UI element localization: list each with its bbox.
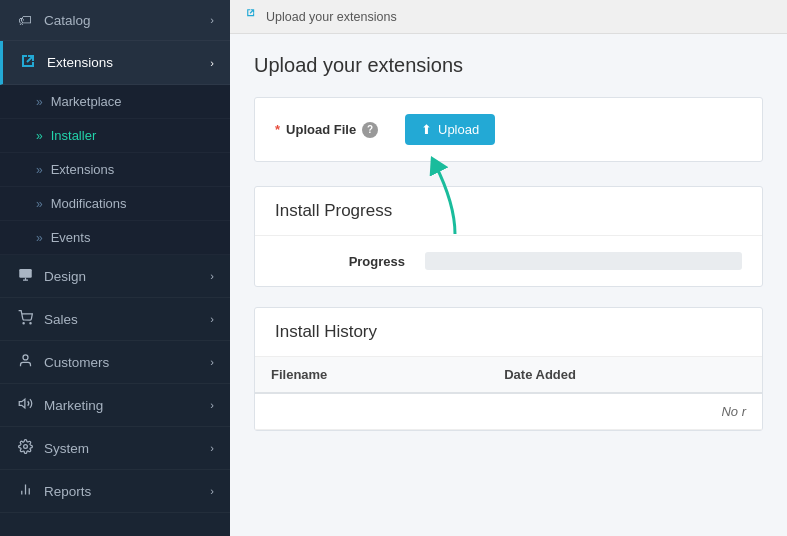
sidebar-item-marketing[interactable]: Marketing ›	[0, 384, 230, 427]
install-progress-title: Install Progress	[255, 187, 762, 236]
install-history-section: Install History Filename Date Added No r	[254, 307, 763, 431]
sales-icon	[16, 310, 34, 328]
chevron-right-icon: ›	[210, 14, 214, 26]
sidebar-subitem-events[interactable]: » Events	[0, 221, 230, 255]
reports-icon	[16, 482, 34, 500]
no-records-cell: No r	[488, 393, 762, 430]
history-table: Filename Date Added No r	[255, 357, 762, 430]
upload-icon: ⬆	[421, 122, 432, 137]
upload-button-label: Upload	[438, 122, 479, 137]
page-title: Upload your extensions	[254, 54, 763, 77]
sub-arrow-icon: »	[36, 129, 43, 143]
svg-rect-0	[19, 269, 32, 278]
sub-arrow-icon: »	[36, 197, 43, 211]
empty-cell	[255, 393, 488, 430]
customers-icon	[16, 353, 34, 371]
chevron-right-icon: ›	[210, 270, 214, 282]
sidebar-item-label: Catalog	[44, 13, 91, 28]
chevron-right-icon: ›	[210, 57, 214, 69]
sidebar: 🏷 Catalog › Extensions › » Marketplace »…	[0, 0, 230, 536]
svg-point-7	[23, 445, 27, 449]
sidebar-item-catalog[interactable]: 🏷 Catalog ›	[0, 0, 230, 41]
install-history-title: Install History	[255, 308, 762, 357]
sidebar-item-label: Design	[44, 269, 86, 284]
chevron-right-icon: ›	[210, 313, 214, 325]
design-icon	[16, 267, 34, 285]
svg-point-4	[29, 323, 30, 324]
sidebar-subitem-installer[interactable]: » Installer	[0, 119, 230, 153]
upload-button-container: ⬆ Upload	[405, 114, 495, 145]
sidebar-item-label: Extensions	[47, 55, 113, 70]
sidebar-item-label: Reports	[44, 484, 91, 499]
marketing-icon	[16, 396, 34, 414]
upload-form-row: * Upload File ? ⬆ Upload	[254, 97, 763, 162]
table-header-filename: Filename	[255, 357, 488, 393]
breadcrumb-icon	[246, 8, 260, 25]
sidebar-subitem-label: Marketplace	[51, 94, 122, 109]
sidebar-subitem-label: Extensions	[51, 162, 115, 177]
chevron-right-icon: ›	[210, 356, 214, 368]
svg-point-3	[23, 323, 24, 324]
sidebar-item-label: Sales	[44, 312, 78, 327]
extensions-icon	[19, 53, 37, 72]
sub-arrow-icon: »	[36, 163, 43, 177]
sidebar-subitem-marketplace[interactable]: » Marketplace	[0, 85, 230, 119]
content-area: Upload your extensions * Upload File ? ⬆…	[230, 34, 787, 536]
sidebar-subitem-label: Modifications	[51, 196, 127, 211]
required-star: *	[275, 122, 280, 137]
progress-bar-track	[425, 252, 742, 270]
chevron-right-icon: ›	[210, 485, 214, 497]
sidebar-item-customers[interactable]: Customers ›	[0, 341, 230, 384]
upload-button[interactable]: ⬆ Upload	[405, 114, 495, 145]
chevron-right-icon: ›	[210, 399, 214, 411]
sidebar-item-label: Marketing	[44, 398, 103, 413]
main-content: Upload your extensions Upload your exten…	[230, 0, 787, 536]
sidebar-item-label: System	[44, 441, 89, 456]
sidebar-subitem-modifications[interactable]: » Modifications	[0, 187, 230, 221]
sub-arrow-icon: »	[36, 95, 43, 109]
svg-point-5	[23, 355, 28, 360]
table-header-date: Date Added	[488, 357, 762, 393]
help-icon[interactable]: ?	[362, 122, 378, 138]
sidebar-subitem-label: Events	[51, 230, 91, 245]
upload-file-label: * Upload File ?	[275, 122, 405, 138]
sidebar-item-sales[interactable]: Sales ›	[0, 298, 230, 341]
catalog-icon: 🏷	[16, 12, 34, 28]
progress-row: Progress	[255, 236, 762, 286]
chevron-right-icon: ›	[210, 442, 214, 454]
sidebar-subitem-extensions-sub[interactable]: » Extensions	[0, 153, 230, 187]
sub-arrow-icon: »	[36, 231, 43, 245]
install-progress-section: Install Progress Progress	[254, 186, 763, 287]
table-header-row: Filename Date Added	[255, 357, 762, 393]
system-icon	[16, 439, 34, 457]
sidebar-subitem-label: Installer	[51, 128, 97, 143]
progress-label: Progress	[275, 254, 405, 269]
sidebar-item-label: Customers	[44, 355, 109, 370]
sidebar-item-reports[interactable]: Reports ›	[0, 470, 230, 513]
breadcrumb-text: Upload your extensions	[266, 10, 397, 24]
svg-marker-6	[19, 399, 25, 408]
sidebar-item-design[interactable]: Design ›	[0, 255, 230, 298]
breadcrumb: Upload your extensions	[230, 0, 787, 34]
sidebar-item-system[interactable]: System ›	[0, 427, 230, 470]
table-row: No r	[255, 393, 762, 430]
sidebar-item-extensions[interactable]: Extensions ›	[0, 41, 230, 85]
